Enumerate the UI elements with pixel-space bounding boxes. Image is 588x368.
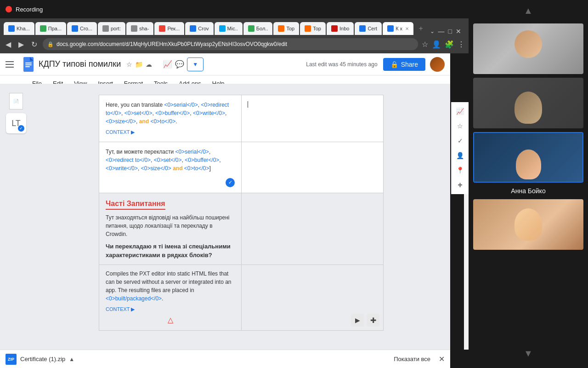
- target-text-cell[interactable]: [242, 95, 383, 142]
- cloud-icon[interactable]: ☁: [146, 61, 152, 68]
- faq-intro-text: Тут знаходяться відповіді на найбільш по…: [106, 213, 235, 238]
- compile-right-cell[interactable]: ▶ ✚: [242, 265, 383, 331]
- address-bar[interactable]: 🔒 docs.google.com/document/d/1MqHyUREHmX…: [43, 38, 418, 50]
- person-face-2: [514, 92, 542, 124]
- browser-menu-icon[interactable]: ⋮: [458, 40, 465, 49]
- doc-title: КДПУ типові помилки: [39, 59, 121, 69]
- translation-row-1: Here, you can translate <0>serial</0>, <…: [99, 95, 383, 142]
- tab-favicon: [131, 25, 137, 32]
- video-thumb-4[interactable]: [473, 199, 583, 250]
- tab-bar: Kha... Пра... Cro... port: sha- Рек... C…: [0, 18, 469, 35]
- recording-bar: Recording: [0, 0, 469, 18]
- download-bar: ZIP Certificate (1).zip ▲ Показати все ✕: [0, 350, 450, 368]
- tab-top1[interactable]: Top: [273, 22, 299, 35]
- download-options-button[interactable]: ▲: [69, 356, 74, 362]
- expand-icon[interactable]: △: [106, 315, 235, 326]
- translated-text: Тут, ви можете перекласти <0>serial</0>,…: [106, 148, 235, 172]
- tab-search-button[interactable]: ⌄: [430, 28, 435, 34]
- source-text: Here, you can translate <0>serial</0>, <…: [106, 101, 235, 126]
- svg-rect-1: [25, 63, 32, 63]
- lt-check-indicator: ✓: [18, 125, 24, 132]
- tab-pra[interactable]: Пра...: [35, 22, 66, 35]
- tab-favicon: [248, 25, 254, 32]
- minimize-button[interactable]: —: [438, 28, 445, 35]
- share-button[interactable]: 🔒 Share: [383, 58, 425, 71]
- tab-cro[interactable]: Cro...: [67, 22, 97, 35]
- tab-crov2[interactable]: Crov: [185, 22, 213, 35]
- new-tab-button[interactable]: +: [414, 22, 427, 35]
- lt-tool-button[interactable]: LT ✓: [6, 113, 26, 133]
- svg-rect-3: [25, 66, 30, 67]
- faq-section: Часті Запитання Тут знаходяться відповід…: [99, 193, 384, 265]
- svg-rect-2: [25, 64, 32, 65]
- context-link-1[interactable]: CONTEXT ▶: [106, 128, 235, 136]
- image-options-button[interactable]: ▼: [187, 58, 204, 71]
- page-indicator: 📄: [0, 93, 32, 109]
- side-graph-button[interactable]: 📈: [454, 105, 467, 118]
- faq-right-cell[interactable]: [242, 193, 383, 264]
- zip-file-icon: ZIP: [6, 354, 17, 365]
- user-avatar[interactable]: [430, 57, 445, 72]
- tab-bol[interactable]: Бол..: [243, 22, 273, 35]
- video-nav-down-button[interactable]: ▼: [518, 343, 538, 364]
- doc-content[interactable]: Here, you can translate <0>serial</0>, <…: [32, 84, 450, 350]
- faq-title: Часті Запитання: [106, 200, 165, 207]
- faq-content: Часті Запитання Тут знаходяться відповід…: [99, 193, 242, 264]
- recording-label: Recording: [16, 6, 43, 13]
- nav-bar: ◀ ▶ ↻ 🔒 docs.google.com/document/d/1MqHy…: [0, 35, 469, 53]
- share-icon: 🔒: [390, 61, 398, 68]
- folder-icon[interactable]: 📁: [135, 61, 143, 68]
- maximize-button[interactable]: □: [448, 28, 452, 35]
- download-bar-close-button[interactable]: ✕: [439, 355, 445, 363]
- tab-active[interactable]: К х ✕: [383, 22, 413, 35]
- back-button[interactable]: ◀: [4, 38, 13, 51]
- extensions-icon[interactable]: 🧩: [445, 40, 454, 49]
- video-thumb-1[interactable]: [473, 23, 583, 74]
- app-header: КДПУ типові помилки ☆ 📁 ☁ 📈 💬 ▼ Last edi…: [0, 53, 450, 75]
- active-participant-label: Анна Бойко: [511, 184, 545, 197]
- video-thumb-anna[interactable]: [473, 132, 583, 183]
- comment-icon[interactable]: 💬: [175, 60, 184, 69]
- tab-kha[interactable]: Kha...: [4, 22, 34, 35]
- profile-icon[interactable]: 👤: [432, 40, 441, 49]
- tab-sha[interactable]: sha-: [126, 22, 153, 35]
- compile-nav-button[interactable]: ▶: [351, 314, 364, 327]
- graph-icon[interactable]: 📈: [163, 60, 172, 69]
- video-thumb-2[interactable]: [473, 78, 583, 128]
- context-link-compile[interactable]: CONTEXT ▶: [106, 305, 235, 313]
- translation-table: Here, you can translate <0>serial</0>, <…: [99, 95, 384, 193]
- tab-favicon: [159, 25, 165, 32]
- tab-close-icon[interactable]: ✕: [405, 26, 409, 31]
- download-file-info: ZIP Certificate (1).zip ▲: [6, 354, 74, 365]
- cell-approved-icon: ✓: [226, 178, 235, 187]
- translation-right-empty[interactable]: [242, 142, 383, 193]
- forward-button[interactable]: ▶: [17, 38, 26, 51]
- side-person-button[interactable]: 👤: [454, 149, 467, 162]
- tab-favicon: [359, 25, 366, 32]
- hamburger-menu-icon[interactable]: [6, 58, 18, 71]
- recording-indicator: [6, 6, 12, 12]
- bookmark-icon[interactable]: ☆: [422, 40, 428, 49]
- tab-inbo[interactable]: Inbo: [327, 22, 354, 35]
- show-all-downloads-button[interactable]: Показати все: [394, 356, 430, 362]
- tab-mic[interactable]: Mic..: [215, 22, 243, 35]
- tab-favicon: [278, 25, 284, 32]
- tab-rek[interactable]: Рек...: [154, 22, 184, 35]
- tab-favicon: [72, 25, 78, 32]
- side-location-button[interactable]: 📍: [454, 164, 467, 177]
- star-icon[interactable]: ☆: [126, 61, 132, 68]
- close-button[interactable]: ✕: [456, 28, 461, 35]
- side-check-button[interactable]: ✓: [454, 134, 467, 147]
- side-star-button[interactable]: ☆: [454, 120, 467, 132]
- target-text-cell-bottom: Тут, ви можете перекласти <0>serial</0>,…: [99, 142, 242, 193]
- tab-port[interactable]: port:: [98, 22, 125, 35]
- side-add-button[interactable]: +: [454, 178, 467, 191]
- tab-favicon: [331, 25, 338, 32]
- tab-cert[interactable]: Cert: [355, 22, 382, 35]
- refresh-button[interactable]: ↻: [29, 38, 39, 51]
- download-filename: Certificate (1).zip: [20, 356, 65, 362]
- compile-add-button[interactable]: ✚: [367, 314, 379, 327]
- video-nav-up-button[interactable]: ▲: [518, 0, 538, 22]
- tab-top2[interactable]: Top: [300, 22, 326, 35]
- docs-icon: [22, 56, 35, 73]
